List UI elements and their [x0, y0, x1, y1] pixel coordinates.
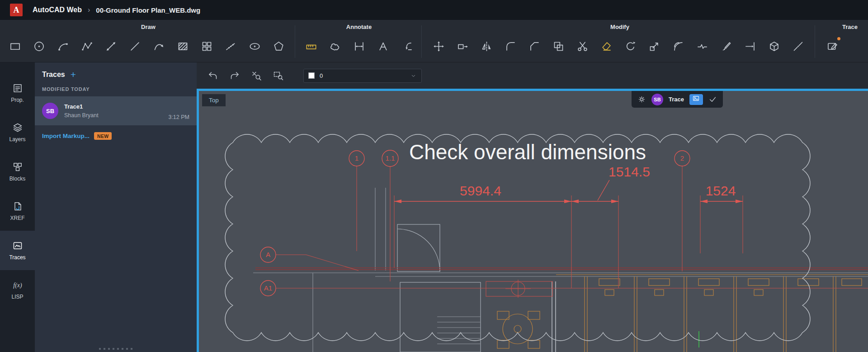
gear-icon[interactable]: [637, 95, 646, 104]
autocad-logo[interactable]: A: [10, 4, 23, 16]
fillet-tool[interactable]: [501, 36, 520, 56]
dim-linear-tool[interactable]: [302, 36, 321, 56]
hatch-tool[interactable]: [173, 36, 193, 56]
ribbon-section-label: Draw: [4, 24, 293, 30]
sidebar-item-lisp[interactable]: f(x)LISP: [0, 270, 35, 309]
dimension-value: 1524: [706, 183, 736, 198]
drawing-canvas[interactable]: 5994.4 1514.5 1524 1 1.1 2: [199, 91, 868, 352]
erase-tool[interactable]: [597, 36, 616, 56]
extend-tool[interactable]: [741, 36, 760, 56]
polyline-tool[interactable]: [77, 36, 97, 56]
zoom-selection-button[interactable]: [248, 67, 264, 84]
polygon-tool[interactable]: [269, 36, 288, 56]
array-tool[interactable]: [197, 36, 217, 56]
import-markup-row: Import Markup... NEW: [35, 125, 197, 147]
grid-marker-label: A: [266, 251, 270, 258]
file-name[interactable]: 00-Ground Floor Plan_WEB.dwg: [96, 6, 200, 14]
mirror-tool[interactable]: [477, 36, 496, 56]
traces-panel-header: Traces +: [35, 62, 197, 82]
trace-list-item[interactable]: SB Trace1 Shaun Bryant 3:12 PM: [35, 96, 197, 125]
ribbon-divider: [421, 25, 422, 58]
ellipse-tool[interactable]: [245, 36, 264, 56]
copy-tool[interactable]: [549, 36, 568, 56]
grid-marker-label: A1: [264, 284, 272, 292]
box-select-button[interactable]: [270, 67, 286, 84]
construction-line-tool[interactable]: [101, 36, 121, 56]
revision-cloud-tool[interactable]: [326, 36, 345, 56]
canvas-area: 0 Top SB Trace: [197, 62, 868, 352]
sidebar-item-prop[interactable]: Prop.: [0, 73, 35, 113]
text-tool[interactable]: [373, 36, 393, 56]
ribbon: Draw Annotate Modify Trace: [0, 20, 868, 62]
view-orientation-tab[interactable]: Top: [202, 94, 226, 106]
sidebar-item-label: Layers: [9, 136, 25, 143]
trace-author: Shaun Bryant: [64, 112, 99, 119]
trace-annotation-text[interactable]: Check overall dimensions: [409, 140, 646, 164]
layer-dropdown[interactable]: 0: [303, 69, 422, 83]
ribbon-section-trace: Trace: [817, 20, 864, 62]
trace-time: 3:12 PM: [168, 114, 189, 120]
floor-plan-linework: [253, 188, 868, 352]
redo-button[interactable]: [226, 67, 243, 84]
ribbon-section-modify: Modify: [427, 20, 812, 62]
sidebar-item-xref[interactable]: XREF: [0, 191, 35, 231]
layer-name: 0: [320, 72, 323, 79]
sidebar-item-label: Traces: [9, 254, 25, 261]
box-3d-tool[interactable]: [764, 36, 784, 56]
stretch-tool[interactable]: [453, 36, 472, 56]
chamfer-tool[interactable]: [525, 36, 544, 56]
trace-toolbar: SB Trace: [632, 91, 723, 108]
trace-paper-toggle[interactable]: [689, 94, 703, 105]
leader-tool[interactable]: [397, 36, 417, 56]
match-properties-tool[interactable]: [717, 36, 736, 56]
drawing-viewport[interactable]: Top SB Trace: [199, 91, 868, 352]
sidebar-item-label: Blocks: [9, 176, 25, 182]
trace-tool[interactable]: [823, 36, 842, 56]
grid-marker-label: 2: [680, 154, 684, 162]
trace-info: Trace1 Shaun Bryant: [64, 103, 99, 119]
grid-marker-label: 1.1: [386, 154, 395, 162]
ribbon-tools-modify: [429, 36, 808, 56]
dimension-tool[interactable]: [349, 36, 369, 56]
svg-text:f(x): f(x): [13, 282, 22, 289]
panel-drag-handle[interactable]: [99, 348, 132, 350]
app-title[interactable]: AutoCAD Web: [33, 6, 82, 14]
left-sidebar: Prop.LayersBlocksXREFTracesf(x)LISP: [0, 62, 35, 352]
check-icon[interactable]: [708, 95, 717, 104]
grid-marker-label: 1: [355, 154, 359, 162]
undo-button[interactable]: [205, 67, 221, 84]
panel-title: Traces: [42, 71, 65, 79]
notification-dot: [837, 37, 840, 40]
sidebar-item-layers[interactable]: Layers: [0, 113, 35, 152]
layer-color-swatch: [308, 72, 315, 79]
move-tool[interactable]: [429, 36, 448, 56]
import-markup-link[interactable]: Import Markup...: [42, 133, 90, 139]
line-tool[interactable]: [125, 36, 145, 56]
ribbon-tools-trace: [823, 36, 842, 56]
sidebar-item-label: Prop.: [11, 97, 24, 103]
sidebar-item-blocks[interactable]: Blocks: [0, 152, 35, 191]
trim-tool[interactable]: [573, 36, 592, 56]
traces-panel: Traces + MODIFIED TODAY SB Trace1 Shaun …: [35, 62, 197, 352]
chevron-down-icon: [410, 72, 417, 79]
spline-tool[interactable]: [149, 36, 169, 56]
new-badge: NEW: [94, 132, 112, 140]
arc-tool[interactable]: [53, 36, 73, 56]
ribbon-divider: [295, 25, 295, 58]
rotate-tool[interactable]: [621, 36, 640, 56]
sidebar-item-traces[interactable]: Traces: [0, 231, 35, 270]
sidebar-item-label: XREF: [10, 215, 24, 221]
rectangle-tool[interactable]: [5, 36, 25, 56]
sidebar-item-label: LISP: [11, 294, 23, 300]
ribbon-section-label: Modify: [427, 24, 812, 30]
scale-tool[interactable]: [645, 36, 664, 56]
add-trace-button[interactable]: +: [71, 70, 76, 79]
circle-tool[interactable]: [29, 36, 49, 56]
ribbon-section-label: Annotate: [300, 24, 418, 30]
break-tool[interactable]: [693, 36, 712, 56]
ribbon-tools-draw: [5, 36, 288, 56]
offset-tool[interactable]: [669, 36, 688, 56]
join-tool[interactable]: [788, 36, 808, 56]
divide-tool[interactable]: [221, 36, 241, 56]
ribbon-section-label: Trace: [835, 24, 864, 30]
